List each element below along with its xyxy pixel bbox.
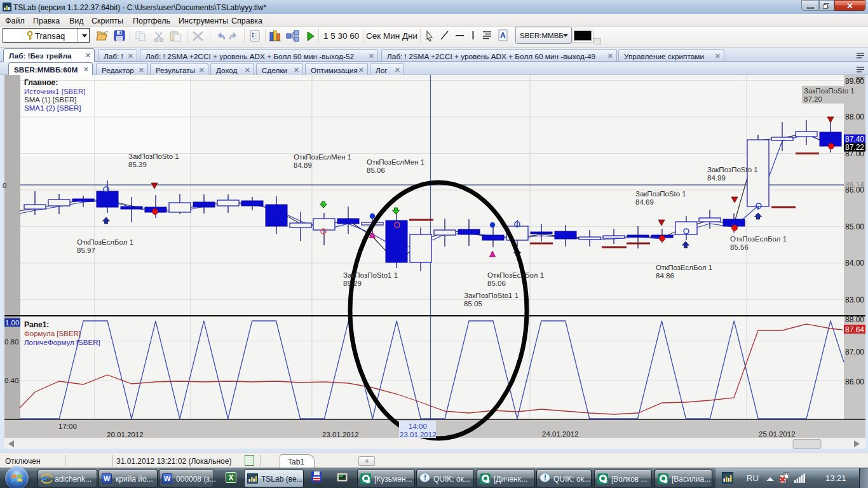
svg-text:23.01.2012: 23.01.2012 xyxy=(400,431,437,438)
svg-text:84.86: 84.86 xyxy=(656,272,674,280)
svg-text:0.40: 0.40 xyxy=(4,377,18,384)
svg-text:ОткПозЕслМен 1: ОткПозЕслМен 1 xyxy=(294,153,351,161)
svg-text:84.69: 84.69 xyxy=(635,198,654,206)
svg-text:87.64: 87.64 xyxy=(845,325,864,334)
svg-text:Формула [SBER]: Формула [SBER] xyxy=(24,330,81,337)
svg-text:0: 0 xyxy=(3,182,6,189)
svg-text:Источник1 [SBER]: Источник1 [SBER] xyxy=(24,88,85,95)
svg-text:88.00: 88.00 xyxy=(845,315,864,324)
svg-text:ОткПозЕслБол 1: ОткПозЕслБол 1 xyxy=(656,264,712,271)
svg-text:Главное:: Главное: xyxy=(24,78,58,87)
svg-text:SMA (1) [SBER]: SMA (1) [SBER] xyxy=(24,96,76,104)
svg-text:85.06: 85.06 xyxy=(487,280,506,287)
svg-text:85.05: 85.05 xyxy=(464,300,482,308)
svg-text:25.01.2012: 25.01.2012 xyxy=(759,430,796,438)
svg-text:85.97: 85.97 xyxy=(77,247,95,254)
svg-text:87.40: 87.40 xyxy=(845,135,864,144)
svg-text:0.80: 0.80 xyxy=(4,338,18,346)
svg-text:1.00: 1.00 xyxy=(5,319,19,327)
svg-text:85.06: 85.06 xyxy=(367,166,385,174)
svg-text:ОткПозЕслБол 1: ОткПозЕслБол 1 xyxy=(730,235,787,243)
svg-text:85.56: 85.56 xyxy=(730,243,749,251)
svg-text:87.22: 87.22 xyxy=(845,143,864,152)
svg-text:ЗакПозПоSto1 1: ЗакПозПоSto1 1 xyxy=(343,271,398,279)
svg-text:24.01.2012: 24.01.2012 xyxy=(542,430,579,438)
svg-text:87.20: 87.20 xyxy=(804,95,822,103)
svg-text:86.14: 86.14 xyxy=(845,180,864,189)
svg-text:ОткПозЕслБол 1: ОткПозЕслБол 1 xyxy=(77,238,133,246)
svg-text:ЗакПозПоSto 1: ЗакПозПоSto 1 xyxy=(128,152,179,160)
svg-text:85.39: 85.39 xyxy=(128,161,147,168)
svg-text:88.00: 88.00 xyxy=(845,112,864,121)
svg-text:ОткПозЕслМен 1: ОткПозЕслМен 1 xyxy=(367,158,424,166)
svg-text:84.00: 84.00 xyxy=(845,259,864,268)
svg-text:ОткПозЕслБол 1: ОткПозЕслБол 1 xyxy=(487,271,544,279)
svg-text:Pane1:: Pane1: xyxy=(24,320,49,329)
svg-text:20.01.2012: 20.01.2012 xyxy=(107,431,144,438)
svg-text:85.00: 85.00 xyxy=(845,222,864,231)
svg-text:ЗакПозПоSto1 1: ЗакПозПоSto1 1 xyxy=(464,292,519,299)
svg-text:85.29: 85.29 xyxy=(343,280,362,287)
svg-text:86.00: 86.00 xyxy=(845,377,864,386)
svg-text:84.99: 84.99 xyxy=(707,174,726,182)
svg-text:ЗакПозПоSto 1: ЗакПозПоSto 1 xyxy=(804,87,855,95)
svg-text:87.00: 87.00 xyxy=(845,348,864,356)
svg-text:A: A xyxy=(500,31,506,40)
svg-text:ЗакПозПоSto 1: ЗакПозПоSto 1 xyxy=(635,190,686,198)
svg-text:17:00: 17:00 xyxy=(58,423,77,430)
svg-text:14:00: 14:00 xyxy=(409,423,427,430)
svg-text:ЛогичеФормул [SBER]: ЛогичеФормул [SBER] xyxy=(24,339,100,346)
svg-text:89.00: 89.00 xyxy=(845,77,864,86)
svg-text:SMA1 (2) [SBER]: SMA1 (2) [SBER] xyxy=(24,104,81,112)
svg-text:ЗакПозПоSto 1: ЗакПозПоSto 1 xyxy=(707,166,758,173)
svg-text:83.00: 83.00 xyxy=(845,295,864,304)
svg-text:84.89: 84.89 xyxy=(294,161,312,169)
svg-text:23.01.2012: 23.01.2012 xyxy=(322,431,359,438)
